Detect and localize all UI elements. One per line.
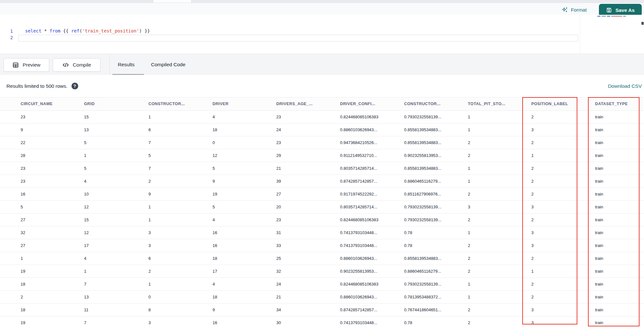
table-row: 271514230.8244680851063830.7930232558139… (0, 214, 644, 226)
cell: 23 (0, 162, 84, 175)
column-header: DRIVERS_AGE_... (276, 97, 340, 111)
download-csv-label: Download CSV (608, 83, 642, 89)
active-line-highlight[interactable] (18, 35, 578, 41)
cell: train (595, 226, 644, 239)
cell: train (595, 265, 644, 278)
tab-results[interactable]: Results (118, 54, 135, 75)
cell: 24 (276, 278, 340, 291)
sql-editor[interactable]: 1 2 select * from {{ ref('train_test_pos… (0, 15, 644, 54)
cell: 0.78 (404, 239, 468, 252)
line-number: 1 (0, 29, 13, 34)
cell: 0.7930232558139... (404, 201, 468, 214)
cell: 0.78 (404, 316, 468, 328)
cell: 7 (148, 136, 213, 149)
cell: train (595, 214, 644, 226)
tab-compiled-code[interactable]: Compiled Code (151, 54, 185, 75)
cell: 0.7413793103448... (340, 316, 404, 328)
cell: 16 (213, 239, 276, 252)
cell: 0.7413793103448... (340, 239, 404, 252)
cell: 0.8035714285714... (340, 201, 404, 214)
cell: 0.9023255813953... (404, 149, 468, 162)
compile-label: Compile (73, 62, 91, 68)
cell: 18 (0, 278, 84, 291)
format-button[interactable]: Format (562, 7, 587, 13)
results-table: CIRCUIT_NAMEGRIDCONSTRUCTOR...DRIVERDRIV… (0, 97, 644, 328)
cell: 3 (531, 304, 595, 316)
cell: 1 (148, 278, 213, 291)
cell: 1 (468, 162, 531, 175)
cell: 1 (468, 278, 531, 291)
cell: train (595, 188, 644, 201)
cell: 5 (84, 136, 148, 149)
tab-label: Compiled Code (151, 62, 185, 68)
compile-button[interactable]: Compile (53, 58, 100, 72)
table-row: 23429390.8742857142857...0.8860465116279… (0, 175, 644, 188)
cell: 0.824468085106383 (340, 214, 404, 226)
cell: 2 (468, 252, 531, 265)
code-icon (62, 62, 69, 68)
cell: 21 (276, 162, 340, 175)
cell: 29 (276, 149, 340, 162)
cell: 0.9112149532710... (340, 149, 404, 162)
minimap-segment (601, 16, 606, 17)
cell: 32 (276, 265, 340, 278)
cell: 23 (0, 175, 84, 188)
cell: 1 (468, 123, 531, 136)
cell: 7 (148, 162, 213, 175)
format-label: Format (571, 7, 587, 13)
cell: 5 (213, 201, 276, 214)
cell: 0.9023255813953... (340, 265, 404, 278)
table-row: 51215200.8035714285714...0.7930232558139… (0, 201, 644, 214)
cell: 12 (84, 226, 148, 239)
cell: 3 (531, 316, 595, 328)
minimap-scroll-mark[interactable] (641, 22, 644, 25)
preview-button[interactable]: Preview (4, 58, 49, 72)
limit-note-text: Results limited to 500 rows. (6, 83, 68, 89)
cell: 23 (276, 214, 340, 226)
cell: 0.7413793103448... (340, 226, 404, 239)
cell: train (595, 304, 644, 316)
cell: train (595, 316, 644, 328)
cell: 0.8558139534883... (404, 123, 468, 136)
table-row: 1610919270.9171974522292...0.85116279069… (0, 188, 644, 201)
cell: 27 (0, 239, 84, 252)
cell: 0.7813953488372... (404, 291, 468, 304)
cell: 4 (213, 278, 276, 291)
cell: 13 (84, 123, 148, 136)
cell: 2 (468, 214, 531, 226)
column-header: TOTAL_PIT_STO... (468, 97, 531, 111)
tab-label: Results (118, 62, 135, 68)
cell: 9 (213, 304, 276, 316)
minimap-segment (597, 16, 601, 17)
cell: 2 (468, 304, 531, 316)
cell: 27 (276, 188, 340, 201)
divider (109, 54, 110, 75)
cell: 23 (276, 111, 340, 123)
column-header: POSITION_LABEL (531, 97, 595, 111)
table-row: 23575210.8035714285714...0.8558139534883… (0, 162, 644, 175)
help-icon[interactable]: ? (71, 83, 78, 89)
cell: 24 (276, 123, 340, 136)
sparkle-icon (562, 7, 568, 13)
cell: 0.7674418604651... (404, 304, 468, 316)
cell: 0.8742857142857... (340, 304, 404, 316)
cell: 5 (0, 201, 84, 214)
cell: 2 (468, 265, 531, 278)
code-token: }} (142, 28, 150, 33)
cell: 0.8860465116279... (404, 265, 468, 278)
cell: 1 (468, 111, 531, 123)
cell: train (595, 123, 644, 136)
cell: 0.8558139534883... (404, 136, 468, 149)
table-row: 281512290.9112149532710...0.902325581395… (0, 149, 644, 162)
minimap[interactable] (580, 15, 644, 54)
cell: 5 (84, 162, 148, 175)
code-line[interactable]: select * from {{ ref('train_test_positio… (25, 28, 150, 33)
cell: 2 (468, 188, 531, 201)
cell: 0.8860103626943... (340, 123, 404, 136)
cell: 18 (213, 252, 276, 265)
download-csv-link[interactable]: Download CSV (608, 75, 642, 97)
cell: 18 (213, 123, 276, 136)
cell: 0 (213, 136, 276, 149)
cell: 25 (276, 252, 340, 265)
table-body: 231514230.8244680851063830.7930232558139… (0, 111, 644, 328)
